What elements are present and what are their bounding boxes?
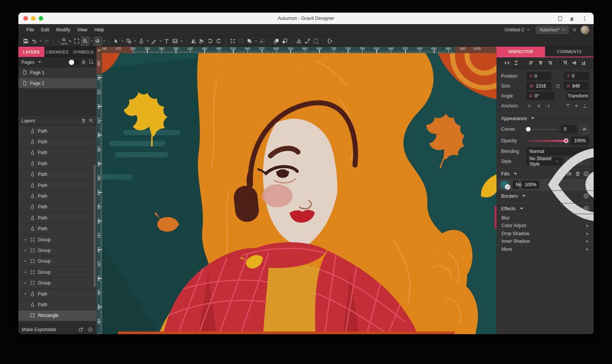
delete-layer-icon[interactable]	[81, 118, 86, 123]
layer-row-path[interactable]: Path	[18, 213, 96, 223]
fill-blend-dropdown[interactable]: Normal	[513, 180, 519, 189]
effects-add-icon[interactable]	[583, 206, 589, 211]
ruler-unit[interactable]: px	[96, 47, 102, 53]
anchor-center-icon[interactable]	[536, 103, 542, 109]
align-left-icon[interactable]	[529, 60, 534, 66]
pages-toggle[interactable]	[69, 60, 79, 64]
layer-row-group[interactable]: Group	[18, 256, 96, 267]
layer-row-path[interactable]: Path	[18, 126, 96, 136]
align-right-icon[interactable]	[547, 60, 553, 66]
layer-row-path[interactable]: Path	[18, 191, 96, 202]
menu-edit[interactable]: Edit	[37, 24, 53, 36]
layer-row-path[interactable]: Path	[18, 169, 96, 180]
avatar[interactable]	[580, 25, 590, 35]
connector-button[interactable]	[303, 37, 312, 46]
zoom-tool-caret-icon[interactable]	[90, 39, 93, 43]
rotate-ccw-button[interactable]	[206, 37, 215, 46]
effect-item-more[interactable]: More+	[496, 245, 594, 253]
angle-field[interactable]: R 0°	[526, 92, 555, 100]
snap-caret-icon[interactable]	[103, 39, 106, 43]
page-info-icon[interactable]	[557, 16, 563, 21]
ungroup-button[interactable]	[237, 37, 246, 46]
anchor-bottom-icon[interactable]	[582, 103, 588, 109]
close-window-button[interactable]	[23, 16, 28, 21]
add-page-icon[interactable]	[88, 60, 93, 65]
align-bottom-icon[interactable]	[581, 60, 586, 66]
group-button[interactable]	[229, 37, 237, 46]
tab-comments[interactable]: COMMENTS	[545, 47, 594, 57]
make-exportable-icon[interactable]	[78, 327, 84, 332]
shape-tool-button[interactable]	[125, 37, 133, 46]
pointer-caret-icon[interactable]	[121, 39, 124, 43]
fit-screen-button[interactable]	[73, 37, 81, 46]
send-backward-button[interactable]	[281, 37, 289, 46]
tab-libraries[interactable]: LIBRARIES	[44, 47, 70, 57]
expand-triangle-icon[interactable]	[24, 270, 27, 275]
layer-row-path[interactable]: Path	[18, 289, 96, 299]
layer-row-path[interactable]: Path	[18, 158, 96, 169]
effect-item-blur[interactable]: Blur+	[496, 214, 594, 222]
constrain-proportions-icon[interactable]	[555, 84, 560, 89]
anchor-left-icon[interactable]	[528, 103, 533, 109]
layer-row-group[interactable]: Group	[18, 234, 96, 245]
freehand-caret-icon[interactable]	[159, 39, 162, 43]
more-tabs-icon[interactable]	[572, 27, 577, 32]
close-tab-icon[interactable]: ×	[527, 27, 529, 32]
add-effect-icon[interactable]: +	[586, 231, 589, 237]
appearance-header[interactable]: Appearance	[496, 113, 594, 123]
artwork[interactable]	[102, 53, 496, 334]
expand-triangle-icon[interactable]	[24, 280, 27, 286]
undo-button[interactable]	[30, 37, 38, 46]
save-button[interactable]	[21, 37, 30, 46]
layer-row-group[interactable]: Group	[18, 245, 96, 256]
export-button[interactable]	[326, 37, 334, 46]
zoom-level-control[interactable]: 150%	[60, 37, 67, 45]
add-effect-icon[interactable]: +	[586, 223, 589, 229]
pen-caret-icon[interactable]	[146, 39, 150, 43]
document-tab[interactable]: Autumun*×	[536, 26, 569, 34]
browser-menu-icon[interactable]	[582, 16, 588, 21]
tab-layers[interactable]: LAYERS	[18, 47, 44, 57]
pen-tool-button[interactable]	[137, 37, 146, 46]
add-effect-icon[interactable]: +	[586, 246, 589, 252]
eyedropper-icon[interactable]	[505, 184, 510, 190]
expand-triangle-icon[interactable]	[24, 258, 27, 264]
borders-add-icon[interactable]	[583, 193, 589, 199]
page-item[interactable]: Page 1	[18, 67, 96, 78]
close-tab-icon[interactable]: ×	[562, 27, 565, 32]
text-tool-button[interactable]	[163, 37, 171, 46]
boolean-caret-icon[interactable]	[254, 39, 258, 43]
menu-file[interactable]: File	[23, 24, 37, 36]
menu-view[interactable]: View	[74, 24, 91, 36]
image-caret-icon[interactable]	[180, 39, 183, 43]
corner-slider[interactable]	[526, 129, 558, 130]
flip-horizontal-button[interactable]	[189, 37, 198, 46]
pages-caret-icon[interactable]	[37, 60, 42, 65]
horizontal-ruler[interactable]: 2402703003303603904204504805105405706006…	[102, 47, 496, 53]
align-top-icon[interactable]	[562, 60, 568, 66]
layer-row-rect[interactable]: Rectangle	[18, 310, 96, 321]
menu-help[interactable]: Help	[91, 24, 107, 36]
size-width-field[interactable]: W 1316	[526, 82, 552, 90]
mask-button[interactable]	[258, 37, 267, 46]
shape-caret-icon[interactable]	[133, 39, 137, 43]
effect-item-inner-shadow[interactable]: Inner Shadow+	[496, 237, 594, 245]
add-effect-icon[interactable]: +	[586, 215, 589, 221]
layer-row-path[interactable]: Path	[18, 180, 96, 191]
image-tool-button[interactable]	[171, 37, 179, 46]
layers-scrollbar[interactable]	[94, 164, 96, 287]
rotate-cw-button[interactable]	[215, 37, 223, 46]
expand-triangle-icon[interactable]	[24, 248, 27, 253]
distribute-vertical-icon[interactable]	[513, 60, 519, 66]
zoom-tool-button[interactable]	[81, 37, 90, 46]
layer-row-path[interactable]: Path	[18, 299, 96, 310]
make-exportable-bar[interactable]: Make Exportable	[18, 324, 96, 334]
distribute-horizontal-icon[interactable]	[504, 60, 510, 66]
layer-row-group[interactable]: Group	[18, 278, 96, 288]
layer-row-path[interactable]: Path	[18, 136, 96, 147]
delete-page-icon[interactable]	[81, 60, 86, 65]
layer-row-group[interactable]: Group	[18, 267, 96, 278]
anchor-top-icon[interactable]	[565, 103, 571, 109]
anchor-right-icon[interactable]	[545, 103, 550, 109]
layer-row-path[interactable]: Path	[18, 224, 96, 234]
